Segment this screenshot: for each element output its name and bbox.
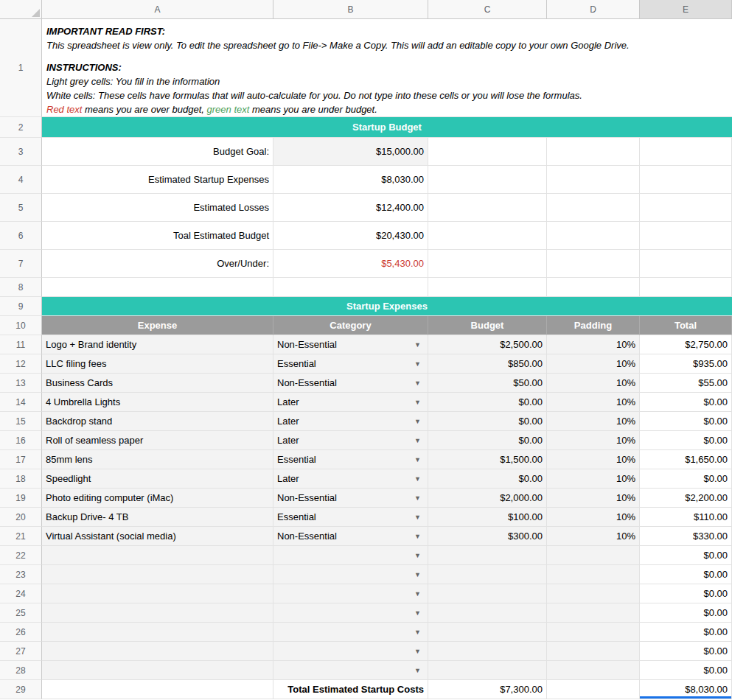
- budget-cell[interactable]: [428, 584, 547, 603]
- total-cell[interactable]: $0.00: [640, 546, 732, 565]
- row-number[interactable]: 23: [0, 565, 42, 584]
- empty-cell[interactable]: [547, 138, 640, 166]
- budget-label-cell[interactable]: Estimated Losses: [42, 194, 273, 222]
- row-number[interactable]: 6: [0, 222, 42, 250]
- dropdown-arrow-icon[interactable]: ▼: [414, 379, 424, 387]
- category-cell[interactable]: Non-Essential▼: [273, 489, 428, 508]
- category-cell[interactable]: Later▼: [273, 412, 428, 431]
- padding-cell[interactable]: 10%: [547, 412, 640, 431]
- total-cell[interactable]: $1,650.00: [640, 450, 732, 469]
- row-number[interactable]: 17: [0, 450, 42, 469]
- row-number[interactable]: 1: [0, 19, 42, 117]
- padding-cell[interactable]: [547, 642, 640, 661]
- empty-cell[interactable]: [42, 680, 273, 699]
- dropdown-arrow-icon[interactable]: ▼: [414, 360, 424, 368]
- row-number[interactable]: 15: [0, 412, 42, 431]
- row-number[interactable]: 26: [0, 623, 42, 642]
- budget-value-cell-over-under[interactable]: $5,430.00: [273, 250, 428, 278]
- row-number[interactable]: 22: [0, 546, 42, 565]
- category-cell[interactable]: ▼: [273, 661, 428, 680]
- budget-value-cell[interactable]: $12,400.00: [273, 194, 428, 222]
- budget-cell[interactable]: [428, 661, 547, 680]
- row-number[interactable]: 7: [0, 250, 42, 278]
- padding-cell[interactable]: [547, 603, 640, 623]
- empty-cell[interactable]: [640, 250, 732, 278]
- row-number[interactable]: 27: [0, 642, 42, 661]
- budget-label-cell[interactable]: Budget Goal:: [42, 138, 273, 166]
- dropdown-arrow-icon[interactable]: ▼: [414, 609, 424, 617]
- column-header-c[interactable]: C: [428, 0, 547, 19]
- row-number[interactable]: 28: [0, 661, 42, 680]
- grand-total-cell[interactable]: $8,030.00: [640, 680, 732, 699]
- row-number[interactable]: 16: [0, 431, 42, 450]
- expense-name-cell[interactable]: [42, 642, 273, 661]
- header-category[interactable]: Category: [273, 316, 428, 335]
- row-number[interactable]: 9: [0, 297, 42, 316]
- expense-name-cell[interactable]: [42, 623, 273, 642]
- budget-cell[interactable]: $50.00: [428, 374, 547, 393]
- empty-cell[interactable]: [547, 278, 640, 297]
- empty-cell[interactable]: [547, 222, 640, 250]
- category-cell[interactable]: Later▼: [273, 431, 428, 450]
- row-number[interactable]: 14: [0, 393, 42, 412]
- budget-cell[interactable]: $2,500.00: [428, 335, 547, 354]
- empty-cell[interactable]: [640, 194, 732, 222]
- total-cell[interactable]: $110.00: [640, 508, 732, 527]
- empty-cell[interactable]: [547, 250, 640, 278]
- row-number[interactable]: 4: [0, 166, 42, 194]
- instructions-cell[interactable]: IMPORTANT READ FIRST: This spreadsheet i…: [42, 19, 732, 117]
- padding-cell[interactable]: [547, 546, 640, 565]
- category-cell[interactable]: Essential▼: [273, 354, 428, 374]
- budget-cell[interactable]: [428, 546, 547, 565]
- row-number[interactable]: 21: [0, 527, 42, 546]
- dropdown-arrow-icon[interactable]: ▼: [414, 667, 424, 674]
- budget-value-cell[interactable]: $8,030.00: [273, 166, 428, 194]
- expense-name-cell[interactable]: [42, 603, 273, 623]
- category-cell[interactable]: Non-Essential▼: [273, 527, 428, 546]
- column-header-a[interactable]: A: [42, 0, 273, 19]
- dropdown-arrow-icon[interactable]: ▼: [414, 514, 424, 521]
- expense-name-cell[interactable]: Speedlight: [42, 469, 273, 489]
- budget-cell[interactable]: $0.00: [428, 412, 547, 431]
- budget-label-cell[interactable]: Over/Under:: [42, 250, 273, 278]
- budget-cell[interactable]: $300.00: [428, 527, 547, 546]
- header-total[interactable]: Total: [640, 316, 732, 335]
- empty-cell[interactable]: [640, 222, 732, 250]
- total-cell[interactable]: $55.00: [640, 374, 732, 393]
- column-header-d[interactable]: D: [547, 0, 640, 19]
- padding-cell[interactable]: 10%: [547, 354, 640, 374]
- padding-cell[interactable]: 10%: [547, 393, 640, 412]
- row-number[interactable]: 20: [0, 508, 42, 527]
- total-cell[interactable]: $0.00: [640, 642, 732, 661]
- category-cell[interactable]: Non-Essential▼: [273, 374, 428, 393]
- padding-cell[interactable]: 10%: [547, 508, 640, 527]
- row-number[interactable]: 13: [0, 374, 42, 393]
- empty-cell[interactable]: [640, 166, 732, 194]
- padding-cell[interactable]: 10%: [547, 374, 640, 393]
- budget-label-cell[interactable]: Toal Estimated Budget: [42, 222, 273, 250]
- empty-cell[interactable]: [428, 222, 547, 250]
- dropdown-arrow-icon[interactable]: ▼: [414, 494, 424, 502]
- budget-cell[interactable]: $0.00: [428, 393, 547, 412]
- budget-cell[interactable]: [428, 623, 547, 642]
- total-cell[interactable]: $2,750.00: [640, 335, 732, 354]
- row-number[interactable]: 10: [0, 316, 42, 335]
- expense-name-cell[interactable]: 85mm lens: [42, 450, 273, 469]
- expense-name-cell[interactable]: Virtual Assistant (social media): [42, 527, 273, 546]
- dropdown-arrow-icon[interactable]: ▼: [414, 590, 424, 598]
- empty-cell[interactable]: [640, 278, 732, 297]
- total-cell[interactable]: $0.00: [640, 565, 732, 584]
- expense-name-cell[interactable]: LLC filing fees: [42, 354, 273, 374]
- expenses-section-title[interactable]: Startup Expenses: [42, 297, 732, 316]
- dropdown-arrow-icon[interactable]: ▼: [414, 399, 424, 406]
- empty-cell[interactable]: [428, 138, 547, 166]
- expense-name-cell[interactable]: [42, 546, 273, 565]
- row-number[interactable]: 19: [0, 489, 42, 508]
- dropdown-arrow-icon[interactable]: ▼: [414, 533, 424, 540]
- total-cell[interactable]: $2,200.00: [640, 489, 732, 508]
- dropdown-arrow-icon[interactable]: ▼: [414, 418, 424, 425]
- row-number[interactable]: 5: [0, 194, 42, 222]
- budget-cell[interactable]: $850.00: [428, 354, 547, 374]
- padding-cell[interactable]: 10%: [547, 489, 640, 508]
- row-number[interactable]: 12: [0, 354, 42, 374]
